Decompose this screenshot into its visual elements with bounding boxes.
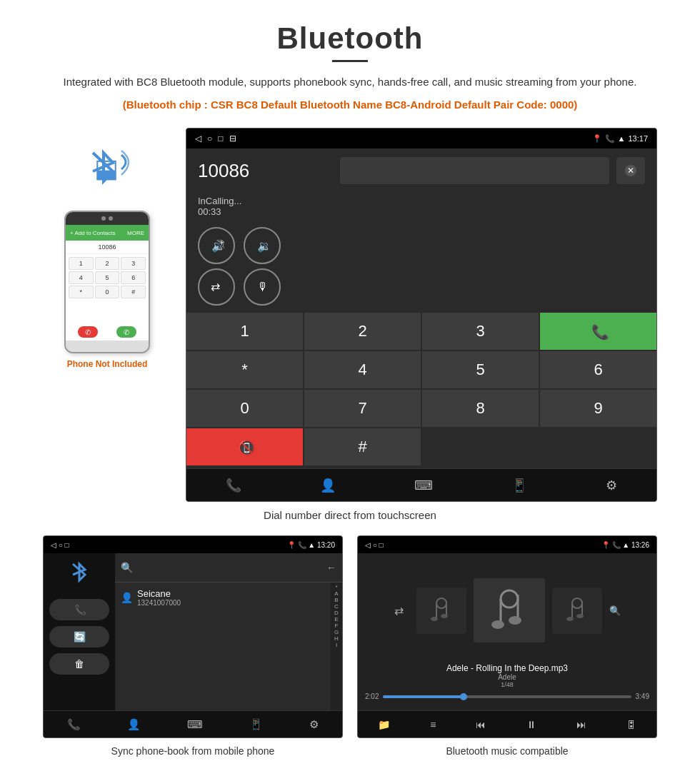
svg-text:⇄: ⇄ xyxy=(211,281,220,293)
svg-point-22 xyxy=(572,598,582,608)
nav-phone-icon[interactable]: 📱 xyxy=(511,478,527,493)
call-input-field[interactable] xyxy=(340,157,609,184)
ms-nav-folder[interactable]: 📁 xyxy=(378,719,390,730)
pb-home-icon: ○ xyxy=(59,541,63,549)
key-hash[interactable]: # xyxy=(121,286,146,298)
key-1[interactable]: 1 xyxy=(69,257,94,270)
call-timer: 00:33 xyxy=(198,206,645,217)
backspace-button[interactable]: ✕ xyxy=(616,157,645,184)
location-icon: 📍 xyxy=(592,134,602,143)
pb-search-input[interactable] xyxy=(137,559,322,576)
ms-search-icon[interactable]: 🔍 xyxy=(609,605,621,616)
phone-green-bar: + Add to Contacts MORE xyxy=(66,225,149,241)
alpha-h: H xyxy=(334,635,339,642)
phone-illustration: ⬓ xyxy=(43,128,171,369)
ms-nav-list[interactable]: ≡ xyxy=(430,719,436,730)
phone-answer-call[interactable]: ✆ xyxy=(116,326,136,338)
pb-delete-button[interactable]: 🗑 xyxy=(49,653,109,675)
phone-signal-icon: 📞 xyxy=(605,134,615,143)
volume-up-button[interactable]: 🔊+ xyxy=(198,227,235,264)
key-2[interactable]: 2 xyxy=(95,257,120,270)
dial-0[interactable]: 0 xyxy=(186,390,303,427)
pb-wifi-icon: ▲ xyxy=(308,541,315,549)
ms-wifi-icon: ▲ xyxy=(622,541,629,549)
end-call-button[interactable]: 📵 xyxy=(186,428,303,465)
key-3[interactable]: 3 xyxy=(121,257,146,270)
call-button[interactable]: 📞 xyxy=(540,313,656,350)
nav-settings-icon[interactable]: ⚙ xyxy=(606,478,617,493)
ms-nav-equalizer[interactable]: 🎛 xyxy=(626,719,636,730)
volume-down-button[interactable]: 🔉 xyxy=(244,227,281,264)
call-status-text: InCalling... xyxy=(198,196,645,206)
svg-point-16 xyxy=(441,614,448,618)
title-divider xyxy=(332,60,368,62)
ms-nav-prev[interactable]: ⏮ xyxy=(476,719,486,730)
nav-calls-icon[interactable]: 📞 xyxy=(226,478,241,493)
recents-icon: □ xyxy=(218,133,223,143)
pb-list-area: 👤 Seicane 13241007000 * A xyxy=(115,583,342,710)
alpha-c: C xyxy=(334,603,339,610)
ms-album-row: ⇄ 🔍 xyxy=(365,560,649,660)
ms-shuffle-icon[interactable]: ⇄ xyxy=(394,604,404,618)
pb-status-right: 📍 📞 ▲ 13:20 xyxy=(287,541,335,549)
pb-main: 🔍 ← 👤 Seicane 13241007000 xyxy=(115,553,342,710)
phonebook-screen: ◁ ○ □ 📍 📞 ▲ 13:20 xyxy=(43,535,343,738)
pb-nav-settings[interactable]: ⚙ xyxy=(309,718,319,731)
nav-contacts-icon[interactable]: 👤 xyxy=(320,478,336,493)
pb-nav-keypad[interactable]: ⌨ xyxy=(187,718,203,731)
key-4[interactable]: 4 xyxy=(69,271,94,284)
page-title: Bluetooth xyxy=(43,21,657,56)
transfer-button[interactable]: ⇄ xyxy=(198,268,235,306)
dial-5[interactable]: 5 xyxy=(422,351,539,388)
pb-nav-contacts[interactable]: 👤 xyxy=(127,718,141,731)
pb-search-icon: 🔍 xyxy=(121,562,133,573)
key-star[interactable]: * xyxy=(69,286,94,298)
alpha-b: B xyxy=(334,597,338,603)
phone-camera xyxy=(109,216,113,221)
pb-contact-info: Seicane 13241007000 xyxy=(137,588,181,607)
ms-nav-next[interactable]: ⏭ xyxy=(576,719,586,730)
phone-number-display: 10086 xyxy=(66,241,149,254)
dial-4[interactable]: 4 xyxy=(304,351,421,388)
dial-3[interactable]: 3 xyxy=(422,313,539,350)
bottom-screenshots: ◁ ○ □ 📍 📞 ▲ 13:20 xyxy=(43,535,657,761)
status-time: 13:17 xyxy=(628,134,648,143)
svg-point-15 xyxy=(431,617,438,621)
phonebook-caption-line1: Sync phone-book from mobile phone xyxy=(111,745,275,757)
phone-not-included-label: Phone Not Included xyxy=(67,359,148,369)
contact-name: Seicane xyxy=(137,588,181,599)
bluetooth-icon-area: ⬓ xyxy=(79,142,136,199)
svg-text:🎙: 🎙 xyxy=(257,281,269,293)
ms-nav-bar: 📁 ≡ ⏮ ⏸ ⏭ 🎛 xyxy=(358,710,656,737)
ms-status-right: 📍 📞 ▲ 13:26 xyxy=(601,541,649,549)
nav-keypad-icon[interactable]: ⌨ xyxy=(414,478,433,493)
dial-star[interactable]: * xyxy=(186,351,303,388)
ms-track-counter: 1/48 xyxy=(365,681,649,688)
svg-text:✕: ✕ xyxy=(627,166,634,176)
dialer-keypad: 1 2 3 📞 * 4 5 6 0 7 8 9 📵 xyxy=(186,310,656,468)
phone-end-call[interactable]: ✆ xyxy=(78,326,98,338)
ms-progress-fill xyxy=(383,695,462,698)
ms-time: 13:26 xyxy=(631,541,649,549)
pb-nav-phone[interactable]: 📱 xyxy=(249,718,263,731)
ms-status-bar: ◁ ○ □ 📍 📞 ▲ 13:26 xyxy=(358,536,656,553)
dial-9[interactable]: 9 xyxy=(540,390,656,427)
pb-recents-icon: □ xyxy=(65,541,69,549)
dial-7[interactable]: 7 xyxy=(304,390,421,427)
dial-6[interactable]: 6 xyxy=(540,351,656,388)
pb-phone-button[interactable]: 📞 xyxy=(49,599,109,620)
key-6[interactable]: 6 xyxy=(121,271,146,284)
dial-1[interactable]: 1 xyxy=(186,313,303,350)
ms-signal-icon: 📞 xyxy=(612,541,621,549)
pb-sync-button[interactable]: 🔄 xyxy=(49,626,109,647)
key-5[interactable]: 5 xyxy=(95,271,120,284)
dial-hash[interactable]: # xyxy=(304,428,421,465)
dial-8[interactable]: 8 xyxy=(422,390,539,427)
mute-button[interactable]: 🎙 xyxy=(244,268,281,306)
dial-2[interactable]: 2 xyxy=(304,313,421,350)
key-0[interactable]: 0 xyxy=(95,286,120,298)
pb-status-bar: ◁ ○ □ 📍 📞 ▲ 13:20 xyxy=(44,536,342,553)
pb-nav-calls[interactable]: 📞 xyxy=(67,718,81,731)
ms-nav-play-pause[interactable]: ⏸ xyxy=(526,719,536,730)
ms-progress-bar[interactable] xyxy=(383,695,631,698)
